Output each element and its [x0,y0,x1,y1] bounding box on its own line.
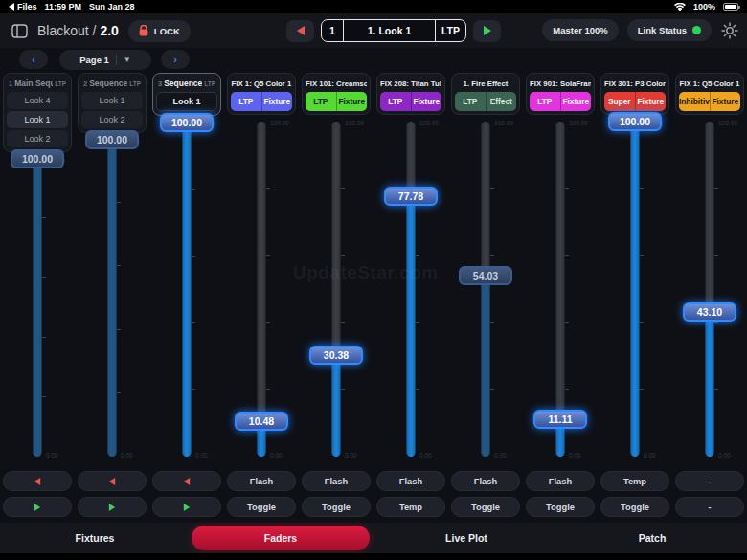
fixture-header[interactable]: FIX 901: SolaFrame...LTPFixture [526,73,595,115]
look-item[interactable]: Look 1 [156,92,217,111]
look-item[interactable]: Look 2 [81,111,143,128]
scale-max-label: 100.00 [494,120,513,126]
tab-fixtures[interactable]: Fixtures [6,526,184,550]
flash-button[interactable]: Flash [302,471,371,491]
tag-ltp[interactable]: LTP [306,92,336,111]
fader-handle[interactable]: 100.00 [608,112,662,131]
empty-button[interactable]: - [675,497,744,517]
chevron-left-icon: ‹ [32,54,35,65]
toggle-button[interactable]: Toggle [526,497,595,517]
tick-mark [266,322,270,323]
toggle-button[interactable]: Toggle [451,497,520,517]
fader-handle[interactable]: 43.10 [683,302,736,322]
toggle-button[interactable]: Toggle [600,497,669,517]
tag-ltp[interactable]: LTP [455,92,486,111]
cue-display[interactable]: 1 1. Look 1 LTP [321,19,466,42]
flash-button[interactable]: Flash [526,471,595,491]
look-item[interactable]: Look 1 [7,111,68,128]
tag-ltp[interactable]: LTP [530,92,560,111]
fader-handle[interactable]: 100.00 [85,130,139,149]
fader-handle[interactable]: 30.38 [309,346,363,365]
tick-mark [42,217,46,218]
sequence-number: 2 [83,79,87,88]
fixture-title: 1. Fire Effect [455,77,516,92]
tag-ltp[interactable]: LTP [231,92,261,111]
scale-min-label: 0.00 [121,452,133,459]
tab-live-plot[interactable]: Live Plot [377,526,555,550]
tag-ltp[interactable]: LTP [380,92,411,111]
sequence-header[interactable]: 3Sequence 3LTPLook 1 [152,73,221,116]
sequence-header[interactable]: 1Main Sequen...LTPLook 4Look 1Look 2 [3,73,72,152]
seq-back-button[interactable] [3,471,72,491]
temp-button[interactable]: Temp [600,471,669,491]
sidebar-icon[interactable] [11,24,28,38]
fixture-header[interactable]: FIX 208: Titan Tube 8LTPFixture [376,73,445,115]
fader-column: 3Sequence 3LTPLook 1100.000.00100.00 [149,71,224,523]
scale-min-label: 0.00 [419,452,432,459]
fixture-header[interactable]: FIX 1: Q5 Color 1LTPFixture [227,73,296,115]
tag-super[interactable]: Super [604,92,635,111]
seq-play-button[interactable] [152,497,221,517]
master-button[interactable]: Master 100% [542,19,619,41]
fader-handle[interactable]: 11.11 [533,410,587,429]
empty-button[interactable]: - [675,471,744,491]
fixture-header[interactable]: FIX 301: P3 Color 1SuperFixture [600,73,669,115]
tab-patch[interactable]: Patch [563,526,741,550]
page-next-button[interactable]: › [161,50,190,69]
flash-button[interactable]: Flash [227,471,296,491]
tag-inhibitive[interactable]: Inhibitive [679,92,710,111]
scale-min-label: 0.00 [644,452,656,459]
cue-back-button[interactable] [286,20,314,42]
lock-button[interactable]: LOCK [128,20,191,42]
fixture-header[interactable]: FIX 101: Creamsourc...LTPFixture [302,73,371,115]
tag-fixture[interactable]: Fixture [560,92,592,111]
fader-buttons: FlashToggle [526,471,595,523]
fader-lane: 100.000.0010.48 [227,122,296,457]
fader-handle[interactable]: 77.78 [384,187,438,206]
toggle-button[interactable]: Toggle [302,497,371,517]
fader-buttons: TempToggle [600,471,669,523]
fader-handle[interactable]: 100.00 [160,113,214,132]
toggle-button[interactable]: Toggle [227,497,296,517]
page-selector[interactable]: Page 1 ▼ [59,50,151,70]
look-item[interactable]: Look 2 [7,130,68,147]
fader-track[interactable] [556,122,565,457]
files-back-link[interactable]: Files [9,2,37,11]
fader-column: FIX 1: Q5 Color 1LTPFixture100.000.0010.… [224,71,299,523]
mode-tags: LTPFixture [231,92,292,111]
temp-button[interactable]: Temp [376,497,445,517]
tag-effect[interactable]: Effect [486,92,517,111]
fader-handle[interactable]: 54.03 [459,266,512,285]
seq-play-button[interactable] [78,497,147,517]
tag-fixture[interactable]: Fixture [336,92,368,111]
cue-play-button[interactable] [473,20,501,42]
look-item[interactable]: Look 4 [7,92,68,109]
sequence-header[interactable]: 2Sequence 2LTPLook 1Look 2 [78,73,147,133]
page-prev-button[interactable]: ‹ [19,50,48,69]
mode-tags: InhibitiveFixture [679,92,740,111]
tab-faders[interactable]: Faders [192,526,370,550]
tag-fixture[interactable]: Fixture [261,92,293,111]
fixture-header[interactable]: 1. Fire EffectLTPEffect [451,73,520,115]
tag-fixture[interactable]: Fixture [635,92,667,111]
fader-buttons [78,471,147,523]
look-item[interactable]: Look 1 [81,92,143,109]
fader-track[interactable] [258,122,266,457]
sequence-title-row: 3Sequence 3LTP [155,76,218,90]
seq-play-button[interactable] [3,497,72,517]
flash-button[interactable]: Flash [376,471,445,491]
fader-handle[interactable]: 100.00 [11,149,64,168]
seq-back-button[interactable] [152,471,221,491]
tag-fixture[interactable]: Fixture [710,92,741,111]
fader-handle[interactable]: 10.48 [235,412,288,431]
tag-fixture[interactable]: Fixture [411,92,442,111]
flash-button[interactable]: Flash [451,471,520,491]
seq-back-button[interactable] [78,471,147,491]
mode-tags: SuperFixture [604,92,666,111]
link-status-button[interactable]: Link Status [627,19,712,41]
settings-gear-icon[interactable] [720,21,739,40]
fixture-header[interactable]: FIX 1: Q5 Color 1InhibitiveFixture [675,73,744,115]
fader-buttons: FlashToggle [302,471,371,523]
master-label: Master 100% [553,25,608,35]
fader-fill [183,123,192,457]
